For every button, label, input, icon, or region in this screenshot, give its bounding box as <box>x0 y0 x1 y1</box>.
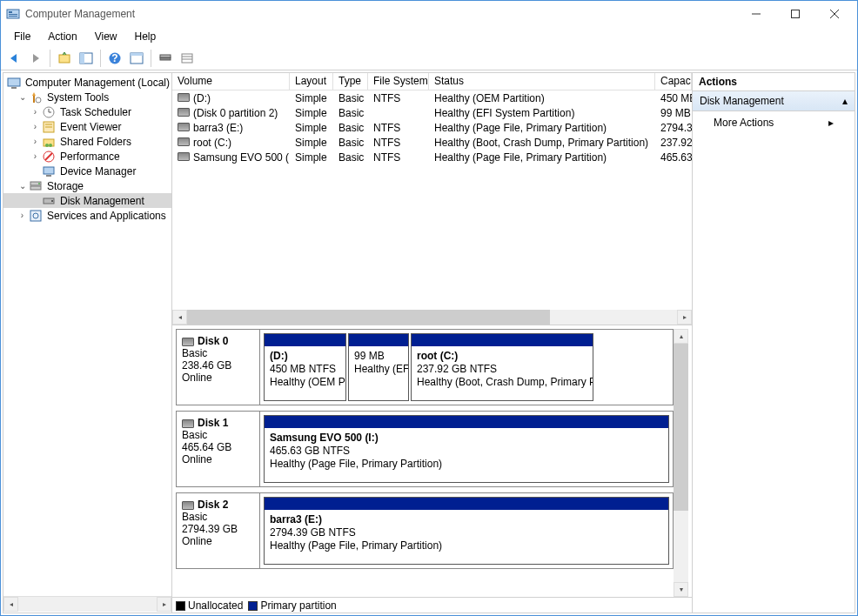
scroll-right-icon[interactable]: ▸ <box>157 597 171 612</box>
volume-list-body[interactable]: (D:)SimpleBasicNTFSHealthy (OEM Partitio… <box>172 90 692 310</box>
svg-rect-36 <box>46 175 51 177</box>
tree-shared-folders[interactable]: › Shared Folders <box>3 134 171 149</box>
tree-event-viewer[interactable]: › Event Viewer <box>3 119 171 134</box>
tree-device-manager[interactable]: Device Manager <box>3 164 171 178</box>
expand-icon[interactable]: › <box>30 107 41 117</box>
primary-swatch-icon <box>248 601 258 611</box>
performance-icon <box>42 150 56 164</box>
expand-icon[interactable]: › <box>30 122 41 131</box>
tree-performance[interactable]: › Performance <box>3 149 171 164</box>
svg-rect-21 <box>11 87 17 89</box>
scrollbar-track[interactable] <box>187 310 677 325</box>
column-status[interactable]: Status <box>429 73 655 90</box>
event-viewer-icon <box>42 120 56 134</box>
disk-block[interactable]: Disk 1Basic465.64 GBOnlineSamsung EVO 50… <box>176 411 674 487</box>
scrollbar-thumb[interactable] <box>187 310 550 325</box>
navigation-tree[interactable]: Computer Management (Local) ⌄ System Too… <box>3 75 171 596</box>
actions-section-disk-management[interactable]: Disk Management ▴ <box>693 91 855 111</box>
column-volume[interactable]: Volume <box>172 73 290 90</box>
partition[interactable]: barra3 (E:)2794.39 GB NTFSHealthy (Page … <box>264 497 669 565</box>
volume-row[interactable]: (Disk 0 partition 2)SimpleBasicHealthy (… <box>172 105 692 120</box>
tree-task-scheduler[interactable]: › Task Scheduler <box>3 104 171 119</box>
device-manager-icon <box>42 164 56 178</box>
scrollbar-thumb[interactable] <box>674 344 688 511</box>
view-settings-button[interactable] <box>127 49 146 68</box>
menu-action[interactable]: Action <box>40 29 84 44</box>
menu-file[interactable]: File <box>6 29 38 44</box>
volume-row[interactable]: Samsung EVO 500 (I:)SimpleBasicNTFSHealt… <box>172 150 692 164</box>
collapse-icon[interactable]: ⌄ <box>17 181 28 191</box>
scrollbar-track[interactable] <box>18 597 157 612</box>
volume-row[interactable]: root (C:)SimpleBasicNTFSHealthy (Boot, C… <box>172 135 692 150</box>
disk-partitions: Samsung EVO 500 (I:)465.63 GB NTFSHealth… <box>260 412 673 486</box>
partition[interactable]: Samsung EVO 500 (I:)465.63 GB NTFSHealth… <box>264 415 669 483</box>
app-icon <box>6 7 20 21</box>
volume-horizontal-scrollbar[interactable]: ◂ ▸ <box>172 310 692 325</box>
svg-rect-5 <box>791 10 799 18</box>
svg-point-39 <box>38 183 40 184</box>
menu-view[interactable]: View <box>87 29 125 44</box>
tree-storage[interactable]: ⌄ Storage <box>3 178 171 193</box>
svg-text:?: ? <box>111 52 117 64</box>
help-button[interactable]: ? <box>105 49 124 68</box>
disk-layout-view[interactable]: Disk 0Basic238.46 GBOnline(D:)450 MB NTF… <box>176 329 674 597</box>
scroll-down-icon[interactable]: ▾ <box>674 582 688 597</box>
scroll-left-icon[interactable]: ◂ <box>3 597 18 612</box>
tree-horizontal-scrollbar[interactable]: ◂ ▸ <box>3 596 171 611</box>
disk-block[interactable]: Disk 2Basic2794.39 GBOnlinebarra3 (E:)27… <box>176 492 674 569</box>
toolbar: ? <box>1 46 857 70</box>
tree-disk-management[interactable]: Disk Management <box>3 193 171 208</box>
column-filesystem[interactable]: File System <box>368 73 429 90</box>
column-layout[interactable]: Layout <box>290 73 333 90</box>
back-button[interactable] <box>4 49 23 68</box>
collapse-icon[interactable]: ⌄ <box>17 92 28 102</box>
partition[interactable]: root (C:)237.92 GB NTFSHealthy (Boot, Cr… <box>411 333 593 401</box>
expand-icon[interactable]: › <box>30 151 41 161</box>
forward-button[interactable] <box>26 49 45 68</box>
partition-bar <box>412 334 593 346</box>
disk-block[interactable]: Disk 0Basic238.46 GBOnline(D:)450 MB NTF… <box>176 329 674 405</box>
close-button[interactable] <box>814 2 854 27</box>
volume-row[interactable]: (D:)SimpleBasicNTFSHealthy (OEM Partitio… <box>172 90 692 105</box>
scroll-left-icon[interactable]: ◂ <box>172 310 187 325</box>
scroll-up-icon[interactable]: ▴ <box>674 329 688 344</box>
scrollbar-track[interactable] <box>674 344 688 582</box>
scroll-right-icon[interactable]: ▸ <box>677 310 692 325</box>
properties-button[interactable] <box>156 49 175 68</box>
volume-icon <box>178 93 190 102</box>
menu-help[interactable]: Help <box>127 29 164 44</box>
partition-bar <box>349 334 408 346</box>
tree-system-tools[interactable]: ⌄ System Tools <box>3 90 171 104</box>
svg-rect-20 <box>8 78 20 86</box>
clock-icon <box>42 105 56 119</box>
toolbar-separator <box>151 50 151 67</box>
menubar: File Action View Help <box>1 27 857 46</box>
disk-icon <box>182 419 194 428</box>
expand-icon[interactable]: › <box>17 211 28 220</box>
volume-row[interactable]: barra3 (E:)SimpleBasicNTFSHealthy (Page … <box>172 120 692 135</box>
svg-point-32 <box>49 144 52 147</box>
tools-icon <box>29 90 43 104</box>
unallocated-swatch-icon <box>176 601 185 611</box>
disk-icon <box>182 338 194 346</box>
tree-root[interactable]: Computer Management (Local) <box>3 75 171 90</box>
partition[interactable]: 99 MBHealthy (EFI System Partition) <box>348 333 409 401</box>
svg-rect-14 <box>131 53 143 56</box>
actions-more-actions[interactable]: More Actions ▸ <box>693 111 855 134</box>
svg-rect-35 <box>44 167 54 174</box>
titlebar: Computer Management <box>1 1 857 27</box>
maximize-button[interactable] <box>775 2 814 27</box>
expand-icon[interactable]: › <box>30 137 41 146</box>
minimize-button[interactable] <box>736 2 775 27</box>
partition-bar <box>265 334 345 346</box>
partition[interactable]: (D:)450 MB NTFSHealthy (OEM Partition) <box>264 333 346 401</box>
volume-icon <box>178 137 190 146</box>
show-hide-tree-button[interactable] <box>77 49 96 68</box>
column-capacity[interactable]: Capacity <box>655 73 692 90</box>
disk-icon <box>182 501 194 510</box>
list-button[interactable] <box>178 49 197 68</box>
up-button[interactable] <box>55 49 74 68</box>
graphical-vertical-scrollbar[interactable]: ▴ ▾ <box>674 329 688 597</box>
column-type[interactable]: Type <box>333 73 368 90</box>
tree-services[interactable]: › Services and Applications <box>3 208 171 223</box>
